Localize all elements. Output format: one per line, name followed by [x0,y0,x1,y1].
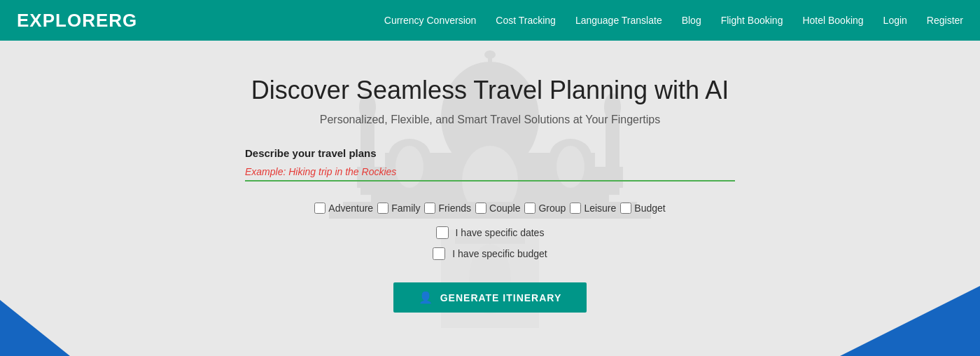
brand-logo[interactable]: EXPLORERG [17,10,137,32]
family-label: Family [391,203,420,214]
hotel-booking-link[interactable]: Hotel Booking [802,15,863,26]
friends-checkbox-item[interactable]: Friends [424,203,471,214]
travel-description-input[interactable] [245,163,735,182]
group-checkbox[interactable] [524,203,536,214]
family-checkbox-item[interactable]: Family [377,203,420,214]
leisure-checkbox[interactable] [570,203,581,214]
specific-dates-label: I have specific dates [456,227,545,238]
login-link[interactable]: Login [883,15,907,26]
specific-budget-item[interactable]: I have specific budget [433,247,547,260]
describe-label: Describe your travel plans [245,147,377,159]
trip-type-checkboxes: Adventure Family Friends Couple Group Le… [245,203,735,214]
group-label: Group [538,203,566,214]
flight-booking-link[interactable]: Flight Booking [721,15,783,26]
main-content: Discover Seamless Travel Planning with A… [0,41,980,356]
budget-checkbox[interactable] [620,203,631,214]
nav-links: Currency Conversion Cost Tracking Langua… [384,15,963,26]
cost-tracking-link[interactable]: Cost Tracking [496,15,556,26]
friends-label: Friends [438,203,471,214]
specific-dates-checkbox[interactable] [436,226,449,239]
budget-label: Budget [634,203,665,214]
generate-itinerary-button[interactable]: 👤 GENERATE ITINERARY [393,282,587,313]
language-translate-link[interactable]: Language Translate [575,15,662,26]
group-checkbox-item[interactable]: Group [524,203,566,214]
adventure-checkbox[interactable] [314,203,326,214]
blog-link[interactable]: Blog [682,15,701,26]
couple-label: Couple [489,203,520,214]
hero-title: Discover Seamless Travel Planning with A… [251,76,729,105]
generate-button-label: GENERATE ITINERARY [440,292,562,303]
hero-subtitle: Personalized, Flexible, and Smart Travel… [320,114,660,126]
person-icon: 👤 [419,291,433,304]
register-link[interactable]: Register [927,15,963,26]
adventure-label: Adventure [328,203,373,214]
specific-budget-label: I have specific budget [452,248,547,259]
specific-options: I have specific dates I have specific bu… [245,226,735,260]
currency-conversion-link[interactable]: Currency Conversion [384,15,477,26]
travel-form: Describe your travel plans Adventure Fam… [245,147,735,313]
specific-dates-item[interactable]: I have specific dates [436,226,545,239]
couple-checkbox[interactable] [475,203,486,214]
adventure-checkbox-item[interactable]: Adventure [314,203,373,214]
navbar: EXPLORERG Currency Conversion Cost Track… [0,0,980,41]
leisure-label: Leisure [584,203,616,214]
leisure-checkbox-item[interactable]: Leisure [570,203,616,214]
couple-checkbox-item[interactable]: Couple [475,203,520,214]
family-checkbox[interactable] [377,203,388,214]
friends-checkbox[interactable] [424,203,435,214]
specific-budget-checkbox[interactable] [433,247,445,260]
budget-checkbox-item[interactable]: Budget [620,203,665,214]
